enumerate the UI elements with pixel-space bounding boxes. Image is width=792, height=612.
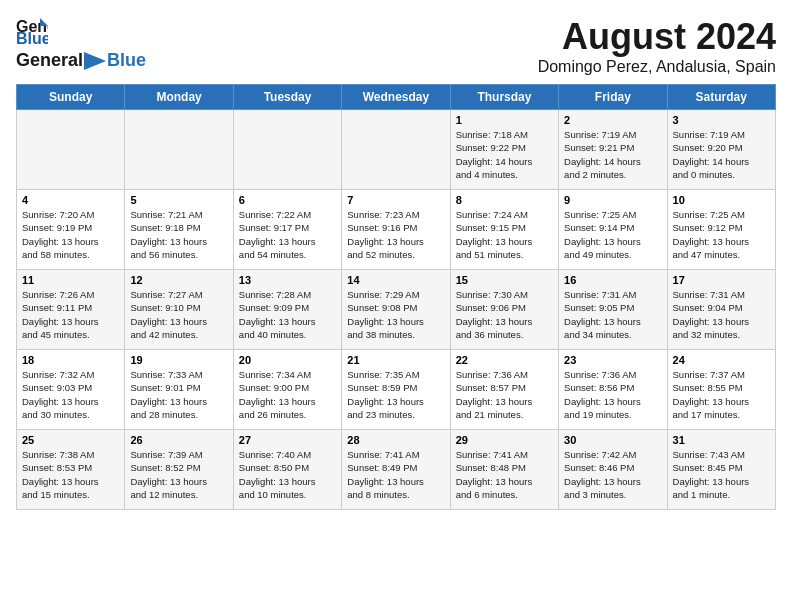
logo: General Blue General Blue	[16, 16, 146, 71]
day-number: 10	[673, 194, 770, 206]
day-info: Sunrise: 7:23 AMSunset: 9:16 PMDaylight:…	[347, 208, 444, 261]
location-subtitle: Domingo Perez, Andalusia, Spain	[538, 58, 776, 76]
calendar-week-row: 4Sunrise: 7:20 AMSunset: 9:19 PMDaylight…	[17, 190, 776, 270]
day-number: 19	[130, 354, 227, 366]
day-info: Sunrise: 7:41 AMSunset: 8:48 PMDaylight:…	[456, 448, 553, 501]
day-number: 24	[673, 354, 770, 366]
calendar-week-row: 1Sunrise: 7:18 AMSunset: 9:22 PMDaylight…	[17, 110, 776, 190]
calendar-cell: 9Sunrise: 7:25 AMSunset: 9:14 PMDaylight…	[559, 190, 667, 270]
calendar-cell: 31Sunrise: 7:43 AMSunset: 8:45 PMDayligh…	[667, 430, 775, 510]
calendar-cell: 12Sunrise: 7:27 AMSunset: 9:10 PMDayligh…	[125, 270, 233, 350]
day-info: Sunrise: 7:37 AMSunset: 8:55 PMDaylight:…	[673, 368, 770, 421]
calendar-cell: 26Sunrise: 7:39 AMSunset: 8:52 PMDayligh…	[125, 430, 233, 510]
day-info: Sunrise: 7:25 AMSunset: 9:12 PMDaylight:…	[673, 208, 770, 261]
day-number: 18	[22, 354, 119, 366]
weekday-header: Monday	[125, 85, 233, 110]
day-number: 16	[564, 274, 661, 286]
day-number: 25	[22, 434, 119, 446]
day-info: Sunrise: 7:20 AMSunset: 9:19 PMDaylight:…	[22, 208, 119, 261]
calendar-cell	[17, 110, 125, 190]
calendar-table: SundayMondayTuesdayWednesdayThursdayFrid…	[16, 84, 776, 510]
day-number: 15	[456, 274, 553, 286]
calendar-cell: 22Sunrise: 7:36 AMSunset: 8:57 PMDayligh…	[450, 350, 558, 430]
calendar-cell: 17Sunrise: 7:31 AMSunset: 9:04 PMDayligh…	[667, 270, 775, 350]
logo-general-text: General	[16, 50, 83, 71]
title-section: August 2024 Domingo Perez, Andalusia, Sp…	[538, 16, 776, 76]
day-number: 6	[239, 194, 336, 206]
calendar-cell: 8Sunrise: 7:24 AMSunset: 9:15 PMDaylight…	[450, 190, 558, 270]
day-number: 13	[239, 274, 336, 286]
day-number: 20	[239, 354, 336, 366]
calendar-cell	[233, 110, 341, 190]
day-info: Sunrise: 7:36 AMSunset: 8:57 PMDaylight:…	[456, 368, 553, 421]
day-info: Sunrise: 7:21 AMSunset: 9:18 PMDaylight:…	[130, 208, 227, 261]
calendar-cell: 15Sunrise: 7:30 AMSunset: 9:06 PMDayligh…	[450, 270, 558, 350]
logo-blue-text: Blue	[107, 50, 146, 71]
calendar-cell: 10Sunrise: 7:25 AMSunset: 9:12 PMDayligh…	[667, 190, 775, 270]
svg-text:Blue: Blue	[16, 30, 48, 44]
calendar-cell: 3Sunrise: 7:19 AMSunset: 9:20 PMDaylight…	[667, 110, 775, 190]
day-number: 12	[130, 274, 227, 286]
day-number: 14	[347, 274, 444, 286]
day-info: Sunrise: 7:39 AMSunset: 8:52 PMDaylight:…	[130, 448, 227, 501]
day-info: Sunrise: 7:22 AMSunset: 9:17 PMDaylight:…	[239, 208, 336, 261]
calendar-cell: 11Sunrise: 7:26 AMSunset: 9:11 PMDayligh…	[17, 270, 125, 350]
calendar-week-row: 11Sunrise: 7:26 AMSunset: 9:11 PMDayligh…	[17, 270, 776, 350]
calendar-cell: 27Sunrise: 7:40 AMSunset: 8:50 PMDayligh…	[233, 430, 341, 510]
day-number: 22	[456, 354, 553, 366]
day-info: Sunrise: 7:29 AMSunset: 9:08 PMDaylight:…	[347, 288, 444, 341]
day-number: 21	[347, 354, 444, 366]
day-info: Sunrise: 7:31 AMSunset: 9:05 PMDaylight:…	[564, 288, 661, 341]
calendar-cell	[125, 110, 233, 190]
calendar-cell: 14Sunrise: 7:29 AMSunset: 9:08 PMDayligh…	[342, 270, 450, 350]
day-number: 1	[456, 114, 553, 126]
day-number: 27	[239, 434, 336, 446]
day-number: 26	[130, 434, 227, 446]
month-year-title: August 2024	[538, 16, 776, 58]
day-info: Sunrise: 7:34 AMSunset: 9:00 PMDaylight:…	[239, 368, 336, 421]
day-info: Sunrise: 7:33 AMSunset: 9:01 PMDaylight:…	[130, 368, 227, 421]
day-number: 23	[564, 354, 661, 366]
calendar-cell	[342, 110, 450, 190]
day-info: Sunrise: 7:32 AMSunset: 9:03 PMDaylight:…	[22, 368, 119, 421]
day-number: 4	[22, 194, 119, 206]
weekday-header: Friday	[559, 85, 667, 110]
logo-icon: General Blue	[16, 16, 48, 44]
day-number: 9	[564, 194, 661, 206]
day-info: Sunrise: 7:25 AMSunset: 9:14 PMDaylight:…	[564, 208, 661, 261]
day-info: Sunrise: 7:31 AMSunset: 9:04 PMDaylight:…	[673, 288, 770, 341]
day-number: 7	[347, 194, 444, 206]
calendar-cell: 23Sunrise: 7:36 AMSunset: 8:56 PMDayligh…	[559, 350, 667, 430]
weekday-header: Tuesday	[233, 85, 341, 110]
page-header: General Blue General Blue August 2024 Do…	[16, 16, 776, 76]
logo-arrow-icon	[84, 52, 106, 70]
calendar-cell: 29Sunrise: 7:41 AMSunset: 8:48 PMDayligh…	[450, 430, 558, 510]
calendar-week-row: 18Sunrise: 7:32 AMSunset: 9:03 PMDayligh…	[17, 350, 776, 430]
day-number: 28	[347, 434, 444, 446]
calendar-cell: 21Sunrise: 7:35 AMSunset: 8:59 PMDayligh…	[342, 350, 450, 430]
weekday-header: Thursday	[450, 85, 558, 110]
calendar-week-row: 25Sunrise: 7:38 AMSunset: 8:53 PMDayligh…	[17, 430, 776, 510]
day-info: Sunrise: 7:38 AMSunset: 8:53 PMDaylight:…	[22, 448, 119, 501]
day-info: Sunrise: 7:35 AMSunset: 8:59 PMDaylight:…	[347, 368, 444, 421]
day-info: Sunrise: 7:40 AMSunset: 8:50 PMDaylight:…	[239, 448, 336, 501]
calendar-cell: 5Sunrise: 7:21 AMSunset: 9:18 PMDaylight…	[125, 190, 233, 270]
day-info: Sunrise: 7:19 AMSunset: 9:20 PMDaylight:…	[673, 128, 770, 181]
day-info: Sunrise: 7:24 AMSunset: 9:15 PMDaylight:…	[456, 208, 553, 261]
calendar-cell: 24Sunrise: 7:37 AMSunset: 8:55 PMDayligh…	[667, 350, 775, 430]
calendar-cell: 6Sunrise: 7:22 AMSunset: 9:17 PMDaylight…	[233, 190, 341, 270]
day-info: Sunrise: 7:41 AMSunset: 8:49 PMDaylight:…	[347, 448, 444, 501]
day-info: Sunrise: 7:36 AMSunset: 8:56 PMDaylight:…	[564, 368, 661, 421]
day-info: Sunrise: 7:26 AMSunset: 9:11 PMDaylight:…	[22, 288, 119, 341]
day-number: 11	[22, 274, 119, 286]
calendar-cell: 1Sunrise: 7:18 AMSunset: 9:22 PMDaylight…	[450, 110, 558, 190]
day-info: Sunrise: 7:42 AMSunset: 8:46 PMDaylight:…	[564, 448, 661, 501]
day-number: 3	[673, 114, 770, 126]
day-number: 8	[456, 194, 553, 206]
calendar-cell: 13Sunrise: 7:28 AMSunset: 9:09 PMDayligh…	[233, 270, 341, 350]
calendar-cell: 7Sunrise: 7:23 AMSunset: 9:16 PMDaylight…	[342, 190, 450, 270]
day-number: 29	[456, 434, 553, 446]
calendar-cell: 18Sunrise: 7:32 AMSunset: 9:03 PMDayligh…	[17, 350, 125, 430]
calendar-cell: 2Sunrise: 7:19 AMSunset: 9:21 PMDaylight…	[559, 110, 667, 190]
day-info: Sunrise: 7:18 AMSunset: 9:22 PMDaylight:…	[456, 128, 553, 181]
